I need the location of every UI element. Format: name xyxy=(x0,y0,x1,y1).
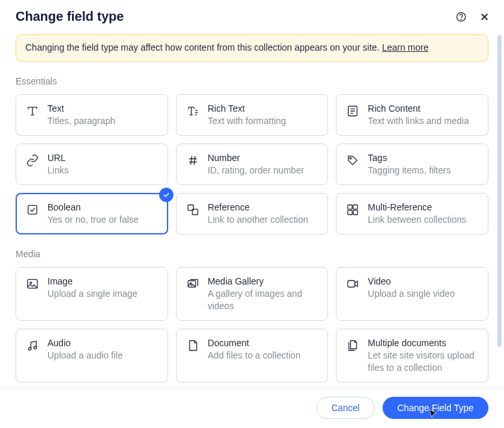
learn-more-link[interactable]: Learn more xyxy=(382,42,429,53)
field-desc: Add files to a collection xyxy=(208,349,319,362)
modal-title: Change field type xyxy=(16,9,124,24)
field-image[interactable]: ImageUpload a single image xyxy=(16,267,168,321)
reference-icon xyxy=(186,203,200,217)
field-reference[interactable]: ReferenceLink to another collection xyxy=(176,193,329,234)
section-essentials: Essentials xyxy=(16,76,488,86)
field-desc: Let site site visitors upload files to a… xyxy=(368,349,479,374)
rich-content-icon xyxy=(346,104,360,118)
field-label: Number xyxy=(208,152,319,164)
video-icon xyxy=(346,277,360,291)
field-label: Media Gallery xyxy=(208,275,319,287)
help-icon[interactable] xyxy=(455,10,468,23)
svg-point-1 xyxy=(461,19,462,19)
field-label: Video xyxy=(368,275,479,287)
field-label: Boolean xyxy=(47,201,158,213)
field-text[interactable]: TextTitles, paragraph xyxy=(16,94,168,136)
field-desc: Text with links and media xyxy=(368,115,479,127)
field-label: URL xyxy=(47,152,158,164)
svg-point-12 xyxy=(30,282,32,284)
field-desc: Yes or no, true or false xyxy=(47,214,158,226)
field-label: Tags xyxy=(368,152,479,164)
field-desc: ID, rating, order number xyxy=(208,164,319,177)
field-desc: Link to another collection xyxy=(208,214,319,226)
number-icon xyxy=(186,153,200,168)
field-desc: Link between collections xyxy=(368,214,479,226)
svg-point-17 xyxy=(34,346,36,349)
field-rich-text[interactable]: Rich TextText with formatting xyxy=(176,94,329,136)
field-label: Rich Content xyxy=(368,103,479,114)
gallery-icon xyxy=(186,277,200,291)
selected-check-icon xyxy=(159,188,173,202)
field-video[interactable]: VideoUpload a single video xyxy=(336,267,488,321)
field-url[interactable]: URLLinks xyxy=(16,144,168,185)
text-icon xyxy=(25,104,40,118)
svg-point-3 xyxy=(350,157,352,159)
url-icon xyxy=(25,153,40,168)
svg-rect-9 xyxy=(348,210,353,215)
banner-text: Changing the field type may affect how c… xyxy=(25,42,382,53)
field-label: Rich Text xyxy=(208,103,319,114)
field-number[interactable]: NumberID, rating, order number xyxy=(176,144,329,185)
field-desc: Titles, paragraph xyxy=(47,115,158,127)
boolean-icon xyxy=(25,203,40,217)
multi-document-icon xyxy=(346,338,360,353)
section-media: Media xyxy=(16,249,488,259)
field-desc: Tagging items, filters xyxy=(368,164,479,177)
field-label: Image xyxy=(47,275,158,287)
close-icon[interactable] xyxy=(478,10,491,23)
svg-rect-15 xyxy=(348,281,355,287)
field-desc: Links xyxy=(47,164,158,177)
svg-rect-4 xyxy=(28,205,36,214)
warning-banner: Changing the field type may affect how c… xyxy=(16,34,488,62)
field-label: Multi-Reference xyxy=(368,201,479,213)
rich-text-icon xyxy=(186,104,200,118)
audio-icon xyxy=(25,338,40,353)
field-desc: Text with formatting xyxy=(208,115,319,127)
svg-point-16 xyxy=(29,347,31,350)
image-icon xyxy=(25,277,40,291)
field-label: Multiple documents xyxy=(368,337,479,349)
multi-reference-icon xyxy=(346,203,360,217)
field-document[interactable]: DocumentAdd files to a collection xyxy=(176,329,329,383)
field-desc: A gallery of images and videos xyxy=(208,288,319,312)
field-desc: Upload a single video xyxy=(368,288,479,300)
field-rich-content[interactable]: Rich ContentText with links and media xyxy=(336,94,488,136)
field-boolean[interactable]: BooleanYes or no, true or false xyxy=(16,193,168,234)
field-desc: Upload a audio file xyxy=(47,349,158,362)
field-audio[interactable]: AudioUpload a audio file xyxy=(16,329,168,383)
field-label: Text xyxy=(47,103,158,114)
field-label: Reference xyxy=(208,201,319,213)
field-multi-reference[interactable]: Multi-ReferenceLink between collections xyxy=(336,193,488,234)
svg-rect-8 xyxy=(353,205,358,209)
confirm-button[interactable]: Change Field Type xyxy=(383,397,488,419)
svg-rect-10 xyxy=(353,210,358,215)
field-label: Audio xyxy=(47,337,158,349)
svg-rect-7 xyxy=(348,205,353,209)
cancel-button[interactable]: Cancel xyxy=(316,397,375,419)
field-tags[interactable]: TagsTagging items, filters xyxy=(336,144,488,185)
field-media-gallery[interactable]: Media GalleryA gallery of images and vid… xyxy=(176,267,329,321)
field-multiple-documents[interactable]: Multiple documentsLet site site visitors… xyxy=(336,329,488,383)
tags-icon xyxy=(346,153,360,168)
field-desc: Upload a single image xyxy=(47,288,158,300)
document-icon xyxy=(186,338,200,353)
field-label: Document xyxy=(208,337,319,349)
scrollbar[interactable] xyxy=(498,35,501,347)
